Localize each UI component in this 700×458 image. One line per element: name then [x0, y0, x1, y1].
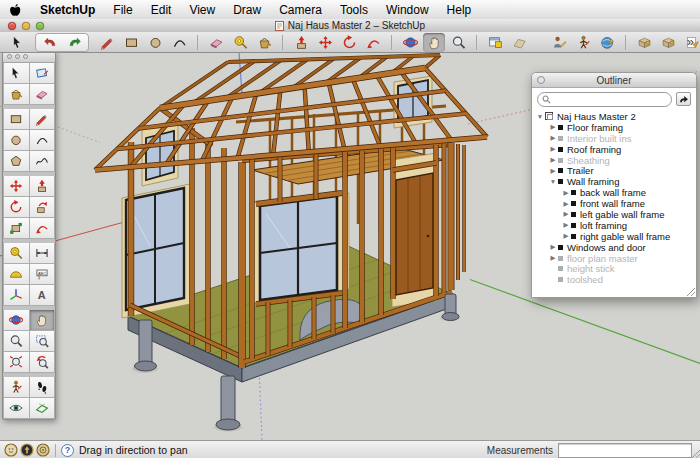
redo-button[interactable] — [63, 33, 85, 52]
sage-badge-icon[interactable] — [4, 443, 18, 457]
eraser-tool[interactable] — [30, 84, 56, 105]
expander-right-icon[interactable]: ▶ — [549, 156, 557, 164]
rectangle-tool[interactable] — [120, 33, 142, 52]
outliner-item-toolshed[interactable]: toolshed — [532, 274, 696, 285]
compass-badge-icon[interactable] — [20, 443, 34, 457]
expander-right-icon[interactable]: ▶ — [549, 134, 557, 142]
zoom-extents-tool[interactable] — [3, 352, 30, 373]
select-tool[interactable] — [3, 63, 30, 84]
position-camera-tool[interactable] — [572, 33, 594, 52]
offset-tool[interactable] — [362, 33, 384, 52]
freehand-tool[interactable] — [30, 151, 56, 172]
tape-measure-tool[interactable] — [229, 33, 251, 52]
window-resize-grip[interactable] — [691, 450, 700, 458]
outliner-item-floor-framing[interactable]: ▶Floor framing — [532, 122, 696, 133]
menu-help[interactable]: Help — [438, 1, 481, 19]
outliner-item-loft-framing[interactable]: ▶loft framing — [532, 220, 696, 231]
medallion-badge-icon[interactable] — [36, 443, 50, 457]
rotate-tool[interactable] — [338, 33, 360, 52]
expander-right-icon[interactable]: ▶ — [562, 210, 570, 218]
outliner-item-height-stick[interactable]: height stick — [532, 263, 696, 274]
menu-edit[interactable]: Edit — [142, 1, 181, 19]
orbit-tool[interactable] — [3, 310, 30, 331]
outliner-item-back-wall-frame[interactable]: ▶back wall frame — [532, 187, 696, 198]
outliner-search-input[interactable] — [537, 92, 672, 107]
window-title-bar[interactable]: Naj Haus Master 2 – SketchUp — [0, 19, 700, 33]
expander-down-icon[interactable]: ▼ — [536, 113, 544, 120]
rotate-tool[interactable] — [3, 197, 30, 218]
outliner-item-right-gable-wall-frame[interactable]: ▶right gable wall frame — [532, 231, 696, 242]
zoom-window-tool[interactable] — [30, 331, 56, 352]
expander-right-icon[interactable]: ▶ — [549, 145, 557, 153]
expander-right-icon[interactable]: ▶ — [562, 200, 570, 208]
push-pull-tool[interactable] — [30, 176, 56, 197]
outliner-item-left-gable-wall-frame[interactable]: ▶left gable wall frame — [532, 209, 696, 220]
arc-tool[interactable] — [168, 33, 190, 52]
3d-text-tool[interactable] — [30, 285, 56, 306]
protractor-tool[interactable] — [3, 264, 30, 285]
outliner-item-interior-built-ins[interactable]: ▶Interior built ins — [532, 133, 696, 144]
menu-view[interactable]: View — [180, 1, 224, 19]
paint-bucket-tool[interactable] — [3, 84, 30, 105]
apple-menu-icon[interactable] — [9, 3, 21, 17]
pan-tool[interactable] — [30, 310, 56, 331]
polygon-tool[interactable] — [3, 151, 30, 172]
upload-model-button[interactable] — [657, 33, 679, 52]
zoom-tool[interactable] — [447, 33, 469, 52]
eraser-tool[interactable] — [205, 33, 227, 52]
menu-file[interactable]: File — [104, 1, 141, 19]
outliner-item-front-wall-frame[interactable]: ▶front wall frame — [532, 198, 696, 209]
move-tool[interactable] — [3, 176, 30, 197]
tape-measure-tool[interactable] — [3, 243, 30, 264]
text-tool[interactable] — [30, 264, 56, 285]
outliner-resize-grip[interactable] — [687, 288, 695, 296]
rectangle-tool[interactable] — [3, 109, 30, 130]
position-camera-tool[interactable] — [3, 377, 30, 398]
dimension-tool[interactable] — [30, 243, 56, 264]
menu-window[interactable]: Window — [377, 1, 438, 19]
make-component-tool[interactable] — [30, 63, 56, 84]
expander-right-icon[interactable]: ▶ — [562, 232, 570, 240]
outliner-close-button[interactable] — [537, 76, 545, 84]
outliner-title-bar[interactable]: Outliner — [532, 73, 696, 88]
outliner-item-wall-framing[interactable]: ▼Wall framing — [532, 176, 696, 187]
expander-right-icon[interactable]: ▶ — [549, 254, 557, 262]
help-icon[interactable]: ? — [61, 444, 74, 457]
scale-tool[interactable] — [3, 218, 30, 239]
pan-tool[interactable] — [423, 33, 445, 52]
look-around-tool[interactable] — [3, 398, 30, 419]
menu-tools[interactable]: Tools — [331, 1, 377, 19]
zoom-tool[interactable] — [3, 331, 30, 352]
offset-tool[interactable] — [30, 218, 56, 239]
line-tool[interactable] — [96, 33, 118, 52]
section-plane-tool[interactable] — [30, 398, 56, 419]
menu-sketchup[interactable]: SketchUp — [31, 1, 104, 19]
walk-tool[interactable] — [30, 377, 56, 398]
circle-tool[interactable] — [144, 33, 166, 52]
outliner-item-roof-framing[interactable]: ▶Roof framing — [532, 144, 696, 155]
circle-tool[interactable] — [3, 130, 30, 151]
outliner-details-button[interactable] — [676, 92, 691, 106]
previous-view-tool[interactable] — [30, 352, 56, 373]
outliner-item-sheathing[interactable]: ▶Sheathing — [532, 155, 696, 166]
add-person-tool[interactable] — [548, 33, 570, 52]
google-earth-button[interactable] — [596, 33, 618, 52]
expander-right-icon[interactable]: ▶ — [562, 221, 570, 229]
outliner-item-naj-haus-master-2[interactable]: ▼Naj Haus Master 2 — [532, 111, 696, 122]
toolbar-overflow-chevron[interactable]: » — [687, 32, 694, 52]
follow-me-tool[interactable] — [30, 197, 56, 218]
expander-right-icon[interactable]: ▶ — [549, 123, 557, 131]
get-models-button[interactable] — [484, 33, 506, 52]
expander-right-icon[interactable]: ▶ — [562, 189, 570, 197]
move-tool[interactable] — [314, 33, 336, 52]
arc-tool[interactable] — [30, 130, 56, 151]
select-tool[interactable] — [6, 33, 28, 52]
expander-right-icon[interactable]: ▶ — [549, 167, 557, 175]
outliner-item-trailer[interactable]: ▶Trailer — [532, 165, 696, 176]
get-model-button[interactable] — [633, 33, 655, 52]
push-pull-tool[interactable] — [290, 33, 312, 52]
orbit-tool[interactable] — [399, 33, 421, 52]
menu-draw[interactable]: Draw — [224, 1, 270, 19]
axes-tool[interactable] — [3, 285, 30, 306]
menu-camera[interactable]: Camera — [270, 1, 331, 19]
